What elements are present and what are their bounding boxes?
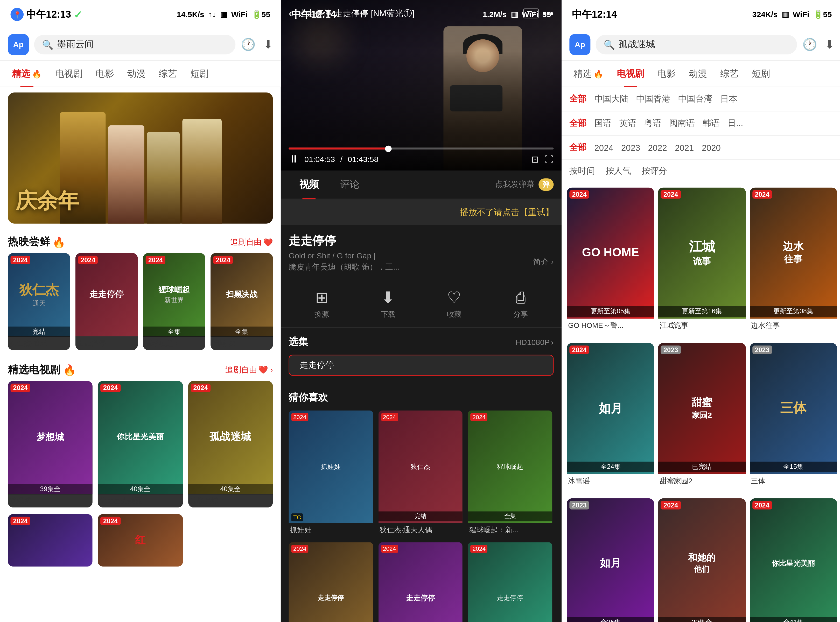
download-icon-3[interactable]: ⬇ [825, 37, 834, 52]
filter-year-2022[interactable]: 2022 [648, 141, 667, 154]
search-input-1[interactable]: 🔍 墨雨云间 [34, 35, 236, 55]
filter-region-tw[interactable]: 中国台湾 [678, 91, 712, 107]
filter-lang-english[interactable]: 英语 [619, 115, 636, 131]
tv-card-2[interactable]: 你比星光美丽 2024 40集全 你比星光美丽 [98, 381, 183, 508]
tv-card-row: 梦想城 2024 39集全 梦想城 你比星光美丽 2024 40集全 你比星光美… [0, 381, 281, 508]
action-favorite[interactable]: ♡ 收藏 [447, 288, 461, 319]
filter-region-jp[interactable]: 日本 [720, 91, 737, 107]
hero-content: 庆余年 [8, 93, 273, 224]
tab-tv-1[interactable]: 电视剧 [49, 61, 89, 87]
grid-card-2[interactable]: 江城 诡事 2024 更新至第16集 江城诡事 [658, 188, 745, 332]
tab-featured-1[interactable]: 精选🔥 [5, 61, 49, 87]
wifi-icon-1: WiFi [231, 10, 248, 19]
filter-year-2020[interactable]: 2020 [701, 141, 721, 154]
grid-card-5[interactable]: 甜蜜 家园2 2023 已完结 甜蜜家园2 [658, 343, 745, 488]
grid-card-3[interactable]: 边水 往事 2024 更新至第08集 边水往事 [750, 188, 837, 332]
rec-card-5[interactable]: 走走停停 2024 [378, 542, 463, 622]
rec-card-6[interactable]: 走走停停 2024 走走停停 [468, 542, 552, 622]
filter-year-2024[interactable]: 2024 [594, 141, 613, 154]
hero-title: 庆余年 [16, 187, 79, 216]
filter-region-mainland[interactable]: 中国大陆 [594, 91, 628, 107]
location-icon: 📍 [11, 8, 24, 21]
filter-lang-all[interactable]: 全部 [569, 115, 586, 131]
tab-tv-3[interactable]: 电视剧 [610, 61, 651, 87]
rec-card-1[interactable]: 抓娃娃 2024 TC 抓娃娃 [289, 410, 373, 537]
sort-rating[interactable]: 按评分 [641, 165, 667, 177]
danmu-text: 点我发弹幕 [495, 179, 535, 190]
rec-card-4[interactable]: 走走停停 2024 [289, 542, 373, 622]
download-icon-1[interactable]: ⬇ [263, 37, 273, 52]
tab-anime-1[interactable]: 动漫 [121, 61, 152, 87]
sort-time[interactable]: 按时间 [569, 165, 595, 177]
tv-link[interactable]: 追剧自由 ❤️ › [225, 364, 273, 375]
progress-bar[interactable] [289, 148, 553, 149]
filter-year-2021[interactable]: 2021 [675, 141, 694, 154]
filter-section: 全部 中国大陆 中国香港 中国台湾 日本 全部 国语 英语 粤语 闽南语 韩语 … [562, 87, 840, 182]
hot-card-1[interactable]: 狄仁杰 通天 2024 完结 狄仁杰·通天... [8, 253, 70, 350]
filter-lang-hokkien[interactable]: 闽南语 [669, 115, 695, 131]
tv-card-1[interactable]: 梦想城 2024 39集全 梦想城 [8, 381, 93, 508]
filter-region-all[interactable]: 全部 [569, 91, 586, 107]
filter-region-hk[interactable]: 中国香港 [636, 91, 670, 107]
tab-anime-3[interactable]: 动漫 [682, 61, 713, 87]
episode-title: 选集 [289, 335, 308, 348]
filter-year: 全部 2024 2023 2022 2021 2020 [562, 136, 840, 160]
tab-short-3[interactable]: 短剧 [745, 61, 776, 87]
intro-button[interactable]: 简介 › [533, 256, 553, 267]
filter-year-2023[interactable]: 2023 [621, 141, 640, 154]
action-share[interactable]: ⎙ 分享 [513, 288, 528, 319]
filter-lang-cantonese[interactable]: 粤语 [644, 115, 661, 131]
filter-year-all[interactable]: 全部 [569, 140, 586, 156]
tab-comment[interactable]: 评论 [329, 170, 370, 199]
filter-lang-mandarin[interactable]: 国语 [594, 115, 611, 131]
tab-variety-3[interactable]: 综艺 [714, 61, 745, 87]
grid-row-3: 如月 2023 全35集 如月 和她的 他们 2024 30集全 和她的他们 [567, 499, 837, 622]
grid-card-8[interactable]: 和她的 他们 2024 30集全 和她的他们 [658, 499, 745, 622]
tab-video[interactable]: 视频 [289, 170, 329, 199]
grid-row-1: GO HOME 2024 更新至第05集 GO HOME～警... 江城 诡事 … [567, 188, 837, 332]
rec-card-2[interactable]: 狄仁杰 2024 完结 狄仁杰·通天人偶 [378, 410, 463, 537]
danmu-button[interactable]: 点我发弹幕 弹 [495, 178, 553, 191]
current-time: 01:04:53 [304, 155, 335, 164]
tab-featured-3[interactable]: 精选🔥 [567, 61, 610, 87]
tv-card-3[interactable]: 孤战迷城 2024 40集全 孤战迷城 [188, 381, 273, 508]
filter-lang-more[interactable]: 日... [727, 115, 743, 131]
hot-card-row: 狄仁杰 通天 2024 完结 狄仁杰·通天... 走走停停 2024 走走停停 … [0, 253, 281, 350]
hot-card-4[interactable]: 扫黑决战 2024 全集 扫黑·决... [211, 253, 273, 350]
hot-card-3[interactable]: 猩球崛起 新世界 2024 全集 猩球崛起：... [143, 253, 205, 350]
sort-popularity[interactable]: 按人气 [605, 165, 631, 177]
app-icon-1: Ap [8, 34, 29, 55]
episode-chip[interactable]: 走走停停 [289, 355, 553, 376]
tab-variety-1[interactable]: 综艺 [152, 61, 183, 87]
filter-lang-korean[interactable]: 韩语 [703, 115, 720, 131]
history-icon-1[interactable]: 🕐 [241, 37, 255, 52]
hot-card-2[interactable]: 走走停停 2024 走走停停 [75, 253, 137, 350]
retry-banner[interactable]: 播放不了请点击【重试】 [281, 199, 562, 225]
filter-language: 全部 国语 英语 粤语 闽南语 韩语 日... [562, 111, 840, 136]
action-switch-source[interactable]: ⊞ 换源 [315, 288, 329, 319]
hero-banner-1[interactable]: 庆余年 [8, 93, 273, 224]
grid-section: GO HOME 2024 更新至第05集 GO HOME～警... 江城 诡事 … [562, 182, 840, 622]
pause-button[interactable]: ⏸ [289, 153, 299, 165]
grid-card-4[interactable]: 如月 2024 全24集 冰雪谣 [567, 343, 654, 488]
tab-movie-3[interactable]: 电影 [651, 61, 682, 87]
tab-movie-1[interactable]: 电影 [89, 61, 121, 87]
search-input-3[interactable]: 🔍 孤战迷城 [596, 35, 797, 55]
bottom-card-1[interactable]: 2024 [8, 514, 93, 567]
bottom-card-2[interactable]: 红 2024 [98, 514, 183, 567]
quality-selector[interactable]: HD1080P › [515, 337, 553, 346]
grid-card-1[interactable]: GO HOME 2024 更新至第05集 GO HOME～警... [567, 188, 654, 332]
history-icon-3[interactable]: 🕐 [802, 37, 817, 52]
rec-card-3[interactable]: 猩球崛起 2024 全集 猩球崛起：新... [468, 410, 552, 537]
grid-card-7[interactable]: 如月 2023 全35集 如月 [567, 499, 654, 622]
tv-title: 精选电视剧 🔥 [8, 363, 76, 377]
hot-link[interactable]: 追剧自由 ❤️ [230, 236, 273, 248]
progress-fill [289, 148, 389, 149]
action-download[interactable]: ⬇ 下载 [381, 288, 396, 319]
pip-button[interactable]: ⊡ [531, 154, 539, 165]
hot-title: 热映尝鲜 🔥 [8, 235, 66, 249]
fullscreen-button[interactable]: ⛶ [544, 154, 553, 165]
grid-card-6[interactable]: 三体 2023 全15集 三体 [750, 343, 837, 488]
tab-short-1[interactable]: 短剧 [183, 61, 215, 87]
grid-card-9[interactable]: 你比星光美丽 2024 全41集 你比星光美丽 [750, 499, 837, 622]
